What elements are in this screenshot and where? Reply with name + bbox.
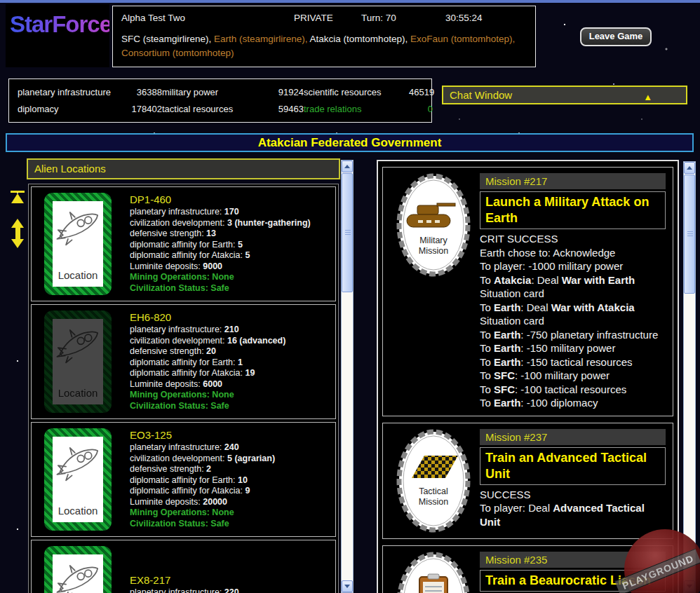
location-stat: civilization development: 16 (advanced) (130, 336, 285, 347)
leave-game-button[interactable]: Leave Game (580, 27, 652, 46)
location-card-inner: Location (53, 201, 103, 287)
location-card-info: EX8-217planetary infrastructure: 220civi… (112, 575, 280, 593)
game-name: Alpha Test Two (121, 13, 294, 23)
location-status: Mining Operations: None (130, 507, 275, 519)
location-card: LocationDP1-460planetary infrastructure:… (31, 186, 336, 301)
game-info-row: Alpha Test Two PRIVATE Turn: 70 30:55:24 (121, 13, 527, 23)
mission-list: MilitaryMissionMission #217Launch a Mili… (377, 160, 679, 593)
mission-row: TacticalMissionMission #237Train an Adva… (382, 423, 673, 539)
arrow-down-triangle (11, 239, 24, 248)
scroll-down-button[interactable] (342, 580, 353, 592)
mission-id: Mission #237 (480, 429, 666, 445)
mission-result-line: To Earth: -150 tactical resources (480, 355, 666, 369)
stat-label: trade relations (304, 104, 409, 114)
location-stat: Luminite deposits: 20000 (130, 497, 275, 508)
svg-text:Tactical: Tactical (419, 486, 448, 496)
location-stat: defensive strength: 13 (130, 229, 311, 240)
location-name: EO3-125 (130, 430, 275, 441)
location-stat: planetary infrastructure: 170 (130, 207, 311, 218)
mission-title: Launch a Military Attack on Earth (480, 191, 666, 229)
chat-collapse-icon[interactable]: ▲ (643, 89, 652, 105)
stat-label: tactical resources (162, 104, 262, 114)
location-card-inner: Location (53, 554, 103, 593)
location-card-info: EH6-820planetary infrastructure: 210civi… (112, 312, 285, 412)
beaurocratic-mission-icon: BeaurocraticMission (396, 552, 471, 593)
location-card: LocationEH6-820planetary infrastructure:… (31, 304, 336, 419)
stat-label: military power (162, 87, 262, 97)
chevron-up-icon (687, 166, 692, 170)
thumb-grip-icon (687, 231, 693, 237)
missions-scrollbar[interactable] (683, 161, 696, 593)
location-name: EH6-820 (130, 312, 285, 323)
location-card-info: EO3-125planetary infrastructure: 240civi… (112, 430, 275, 530)
empire-stats-box: planetary infrastructure36388military po… (8, 79, 432, 123)
stat-value: 178402 (123, 104, 162, 114)
scroll-to-top-icon[interactable] (10, 191, 25, 203)
location-stat: planetary infrastructure: 240 (130, 442, 275, 454)
location-stat: planetary infrastructure: 210 (130, 325, 285, 336)
stat-label: scientific resources (304, 87, 409, 97)
location-stat: diplomatic affinity for Earth: 1 (130, 357, 285, 369)
scroll-top-triangle (11, 193, 24, 203)
stat-value: 36388 (123, 87, 162, 97)
mission-result-line: To Atakcia: Deal War with Earth Situatio… (480, 273, 666, 301)
location-status: Mining Operations: None (130, 272, 311, 283)
page-title: Atakcian Federated Government (6, 133, 694, 152)
mission-body: Mission #237Train an Advanced Tactical U… (480, 429, 668, 533)
mission-result-line: Earth chose to: Acknowledge (480, 246, 666, 260)
starforce-page: StarForce Alpha Test Two PRIVATE Turn: 7… (0, 0, 700, 593)
player-entry: Consortium (tomtomhotep) (121, 48, 234, 58)
location-status: Civilization Status: Safe (130, 283, 311, 294)
chat-window-title: Chat Window (450, 89, 512, 101)
location-card-label: Location (58, 387, 98, 399)
rocket-icon (53, 441, 103, 484)
mission-result-line: To Earth: Deal War with Atakcia Situatio… (480, 301, 666, 328)
mission-result-line: To player: Deal Advanced Tactical Unit (480, 501, 666, 529)
mission-title: Train an Advanced Tactical Unit (480, 447, 666, 485)
scrollbar-thumb[interactable] (684, 175, 695, 294)
game-clock: 30:55:24 (445, 13, 483, 23)
stat-label: planetary infrastructure (18, 87, 123, 97)
mission-icon: TacticalMission (387, 429, 480, 533)
location-stat: planetary infrastructure: 220 (130, 587, 280, 593)
location-card-image[interactable]: Location (44, 193, 112, 295)
scroll-up-button[interactable] (342, 161, 353, 172)
game-privacy: PRIVATE (294, 13, 361, 23)
stat-value: 91924 (262, 87, 304, 97)
location-status: Civilization Status: Safe (130, 519, 275, 530)
mission-result-line: To player: -1000 military power (480, 259, 666, 273)
player-entry: Earth (steamgirlirene), (214, 34, 310, 44)
turn-counter: Turn: 70 (361, 13, 445, 23)
location-stat: civilization development: 5 (agrarian) (130, 454, 275, 465)
mission-result-line: To Earth: -750 planetary infrastructure (480, 328, 666, 342)
mission-result-line: SUCCESS (480, 488, 666, 502)
stats-grid: planetary infrastructure36388military po… (18, 87, 423, 114)
mission-row: MilitaryMissionMission #217Launch a Mili… (382, 167, 673, 416)
scroll-up-down-icon[interactable] (10, 219, 25, 248)
player-entry: Atakcia (tomtomhotep), (310, 34, 410, 44)
location-status: Mining Operations: None (130, 390, 285, 401)
game-info-box: Alpha Test Two PRIVATE Turn: 70 30:55:24… (112, 6, 536, 67)
location-stat: diplomatic affinity for Atakcia: 19 (130, 368, 285, 379)
location-stat: Luminite deposits: 6000 (130, 379, 285, 390)
mission-result-line: To Earth: -100 diplomacy (480, 396, 666, 410)
scroll-up-button[interactable] (684, 162, 695, 174)
chat-window-bar[interactable]: Chat Window ▲ (442, 86, 687, 104)
location-card-image[interactable]: Location (44, 311, 112, 413)
location-stat: defensive strength: 2 (130, 464, 275, 475)
mission-body: Mission #217Launch a Military Attack on … (480, 173, 668, 410)
stat-value: 46519 (409, 87, 433, 97)
rocket-icon (53, 323, 103, 367)
location-stat: defensive strength: 20 (130, 346, 285, 357)
location-card-image[interactable]: Location (44, 546, 112, 593)
location-name: EX8-217 (130, 575, 280, 586)
player-entry: ExoFaun (tomtomhotep), (410, 34, 515, 44)
alien-locations-scrollbar[interactable] (341, 160, 354, 593)
location-card: LocationEO3-125planetary infrastructure:… (31, 422, 336, 537)
location-card-image[interactable]: Location (44, 428, 112, 531)
mission-icon: BeaurocraticMission (387, 552, 480, 593)
rocket-icon (53, 559, 103, 593)
alien-location-list: LocationDP1-460planetary infrastructure:… (28, 184, 339, 593)
scrollbar-thumb[interactable] (342, 173, 353, 292)
location-card-label: Location (58, 505, 98, 517)
